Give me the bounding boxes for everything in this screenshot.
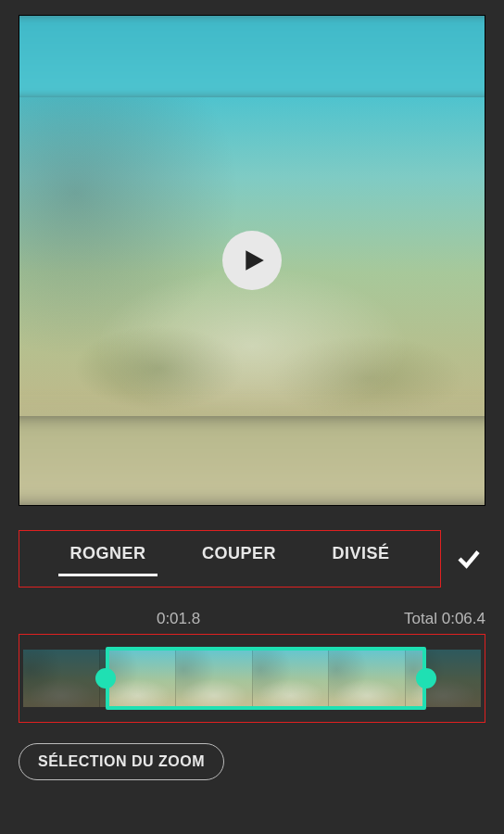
zoom-row: SÉLECTION DU ZOOM bbox=[0, 723, 504, 780]
preview-container bbox=[0, 0, 504, 521]
timeline-dim-left bbox=[23, 650, 106, 707]
check-icon bbox=[455, 545, 483, 573]
tab-split[interactable]: DIVISÉ bbox=[326, 540, 395, 576]
time-labels: 0:01.8 Total 0:06.4 bbox=[0, 588, 504, 634]
tab-bar-row: ROGNER COUPER DIVISÉ bbox=[0, 521, 504, 588]
tab-cut[interactable]: COUPER bbox=[196, 540, 282, 576]
video-trim-editor: ROGNER COUPER DIVISÉ 0:01.8 Total 0:06.4… bbox=[0, 0, 504, 834]
preview-blur-top bbox=[19, 15, 485, 101]
preview-blur-bottom bbox=[19, 411, 485, 506]
timeline-thumb bbox=[328, 650, 405, 707]
tab-bar: ROGNER COUPER DIVISÉ bbox=[19, 530, 441, 588]
zoom-selection-button[interactable]: SÉLECTION DU ZOOM bbox=[19, 743, 224, 780]
total-time-label: Total 0:06.4 bbox=[404, 610, 485, 628]
video-preview[interactable] bbox=[19, 15, 485, 506]
timeline-thumbs bbox=[23, 650, 481, 707]
trim-handle-start[interactable] bbox=[95, 668, 116, 689]
trim-handle-end[interactable] bbox=[416, 668, 436, 689]
timeline-thumb bbox=[175, 650, 252, 707]
play-icon bbox=[242, 248, 266, 272]
current-time-label: 0:01.8 bbox=[157, 610, 200, 628]
confirm-button[interactable] bbox=[452, 542, 485, 575]
timeline-thumb bbox=[252, 650, 329, 707]
play-button[interactable] bbox=[222, 231, 282, 290]
timeline[interactable] bbox=[19, 634, 485, 723]
tab-crop[interactable]: ROGNER bbox=[64, 540, 151, 576]
